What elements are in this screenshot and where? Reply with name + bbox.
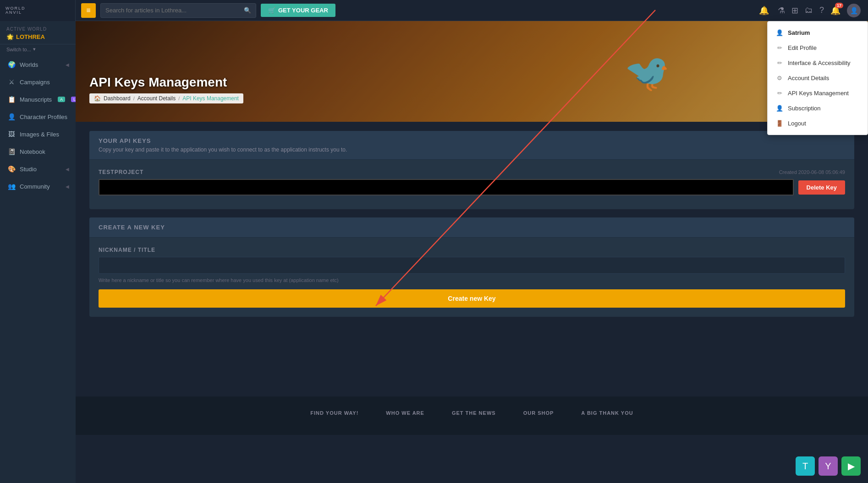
api-keys-card: YOUR API KEYS Copy your key and paste it…: [89, 131, 854, 209]
edit-profile-icon: ✏: [776, 44, 783, 51]
sidebar-item-community[interactable]: 👥 Community ◀: [0, 178, 76, 195]
footer-icon-purple[interactable]: Y: [819, 456, 838, 476]
notifications-icon[interactable]: 🔔: [759, 5, 771, 16]
search-input[interactable]: [105, 7, 241, 14]
sidebar-item-worlds[interactable]: 🌍 Worlds ◀: [0, 56, 76, 73]
manuscripts-badge-lab: LAB: [71, 97, 76, 102]
dropdown-item-account-details[interactable]: ⚙ Account Details: [768, 71, 868, 86]
dropdown-item-edit-profile[interactable]: ✏ Edit Profile: [768, 40, 868, 55]
api-key-label-row: TESTPROJECT Created 2020-06-08 05:06:49: [99, 169, 845, 175]
api-keys-icon: ✏: [776, 90, 783, 97]
switch-to-button[interactable]: Switch to... ▾: [0, 44, 76, 56]
footer-col-3-title: GET THE NEWS: [452, 410, 496, 416]
dropdown-item-logout[interactable]: 🚪 Logout: [768, 116, 868, 131]
logo[interactable]: WORLD ANVIL: [5, 6, 26, 15]
create-key-card-body: NICKNAME / TITLE Write here a nickname o…: [89, 238, 854, 317]
active-world-section: Active world 🌟 LOTHREA: [0, 21, 76, 44]
home-icon: 🏠: [94, 95, 101, 102]
main-content: 🐦 API Keys Management 🏠 Dashboard / Acco…: [76, 21, 868, 435]
account-details-icon: ⚙: [776, 75, 783, 81]
top-nav-right: 🔔 ⚗ ⊞ 🗂 ? 🔔 17 👤: [752, 4, 868, 17]
nickname-input[interactable]: [99, 257, 845, 274]
manuscripts-badge-a: A: [58, 97, 65, 102]
breadcrumb-dashboard[interactable]: Dashboard: [104, 95, 131, 102]
footer-col-5: A BIG THANK YOU: [581, 410, 633, 421]
sidebar-item-manuscripts[interactable]: 📋 Manuscripts A LAB: [0, 91, 76, 108]
footer-col-3: GET THE NEWS: [452, 410, 496, 421]
community-icon: 👥: [8, 183, 15, 190]
footer-col-1-title: FIND YOUR WAY!: [310, 410, 358, 416]
notebook-icon: 📓: [8, 148, 15, 155]
footer-col-1: FIND YOUR WAY!: [310, 410, 358, 421]
create-key-card: CREATE A NEW KEY NICKNAME / TITLE Write …: [89, 217, 854, 317]
api-keys-card-body: TESTPROJECT Created 2020-06-08 05:06:49 …: [89, 160, 854, 209]
dropdown-item-subscription[interactable]: 👤 Subscription: [768, 101, 868, 116]
chevron-down-icon: ▾: [33, 46, 36, 52]
breadcrumb-sep-2: /: [178, 96, 180, 101]
delete-key-button[interactable]: Delete Key: [798, 180, 845, 195]
hero-content: API Keys Management 🏠 Dashboard / Accoun…: [89, 75, 243, 103]
sidebar-item-notebook[interactable]: 📓 Notebook: [0, 143, 76, 160]
character-profiles-icon: 👤: [8, 113, 15, 120]
user-circle-icon: 👤: [776, 29, 783, 36]
help-icon[interactable]: ?: [819, 5, 824, 15]
top-nav-center: ≡ 🔍 🛒 GET YOUR GEAR: [76, 3, 752, 18]
api-key-name: TESTPROJECT: [99, 169, 143, 175]
community-arrow: ◀: [66, 184, 69, 189]
worlds-icon: 🌍: [8, 61, 15, 68]
api-key-input-row: Delete Key: [99, 179, 845, 195]
studio-icon: 🎨: [8, 165, 15, 173]
logo-text: WORLD ANVIL: [5, 6, 26, 15]
hero-banner: 🐦 API Keys Management 🏠 Dashboard / Acco…: [76, 21, 868, 122]
hero-bird: 🐦: [624, 51, 670, 94]
footer-col-4: OUR SHOP: [523, 410, 554, 421]
gear-icon: 🛒: [268, 7, 275, 14]
sidebar-item-images-files[interactable]: 🖼 Images & Files: [0, 125, 76, 143]
dropdown-item-satrium[interactable]: 👤 Satrium: [768, 25, 868, 40]
user-dropdown-menu: 👤 Satrium ✏ Edit Profile ✏ Interface & A…: [767, 21, 868, 135]
page-body: YOUR API KEYS Copy your key and paste it…: [76, 122, 868, 396]
sidebar-item-campaigns[interactable]: ⚔ Campaigns: [0, 73, 76, 91]
sidebar-nav: 🌍 Worlds ◀ ⚔ Campaigns 📋 Manuscripts A L…: [0, 56, 76, 483]
breadcrumb-account-details[interactable]: Account Details: [137, 95, 176, 102]
alert-bell-icon[interactable]: 🔔 17: [830, 5, 841, 16]
campaigns-icon: ⚔: [8, 78, 15, 86]
footer-columns: FIND YOUR WAY! WHO WE ARE GET THE NEWS O…: [89, 410, 854, 421]
manuscripts-icon: 📋: [8, 96, 15, 103]
images-files-icon: 🖼: [8, 130, 15, 138]
breadcrumb: 🏠 Dashboard / Account Details / API Keys…: [89, 93, 243, 103]
hamburger-button[interactable]: ≡: [81, 3, 96, 18]
active-world-name: 🌟 LOTHREA: [6, 33, 69, 40]
sidebar-item-character-profiles[interactable]: 👤 Character Profiles: [0, 108, 76, 125]
api-key-value-input[interactable]: [99, 179, 794, 195]
search-icon: 🔍: [244, 7, 251, 14]
user-avatar[interactable]: 👤: [847, 4, 861, 17]
top-navigation: WORLD ANVIL ≡ 🔍 🛒 GET YOUR GEAR 🔔 ⚗ ⊞ 🗂 …: [0, 0, 868, 21]
sidebar-item-studio[interactable]: 🎨 Studio ◀: [0, 160, 76, 178]
table-icon[interactable]: ⊞: [791, 5, 798, 16]
breadcrumb-current: API Keys Management: [182, 95, 239, 102]
search-bar-container: 🔍: [100, 3, 256, 18]
notification-badge: 17: [835, 3, 843, 8]
footer-icon-green[interactable]: ▶: [841, 456, 861, 476]
logo-area: WORLD ANVIL: [0, 0, 76, 21]
create-key-card-header: CREATE A NEW KEY: [89, 217, 854, 238]
footer: FIND YOUR WAY! WHO WE ARE GET THE NEWS O…: [76, 396, 868, 435]
footer-bottom-icons: T Y ▶: [796, 456, 861, 476]
footer-col-2: WHO WE ARE: [386, 410, 424, 421]
create-key-button[interactable]: Create new Key: [99, 289, 845, 308]
dropdown-item-api-keys[interactable]: ✏ API Keys Management: [768, 86, 868, 101]
card-icon[interactable]: 🗂: [805, 5, 813, 15]
create-key-title: CREATE A NEW KEY: [99, 224, 845, 231]
get-gear-button[interactable]: 🛒 GET YOUR GEAR: [261, 4, 335, 17]
dropdown-item-interface[interactable]: ✏ Interface & Accessibility: [768, 55, 868, 71]
worlds-arrow: ◀: [66, 62, 69, 67]
footer-col-2-title: WHO WE ARE: [386, 410, 424, 416]
breadcrumb-sep-1: /: [133, 96, 135, 101]
flask-icon[interactable]: ⚗: [778, 5, 785, 16]
studio-arrow: ◀: [66, 167, 69, 172]
footer-col-5-title: A BIG THANK YOU: [581, 410, 633, 416]
interface-icon: ✏: [776, 60, 783, 66]
footer-icon-teal[interactable]: T: [796, 456, 815, 476]
subscription-icon: 👤: [776, 105, 783, 112]
